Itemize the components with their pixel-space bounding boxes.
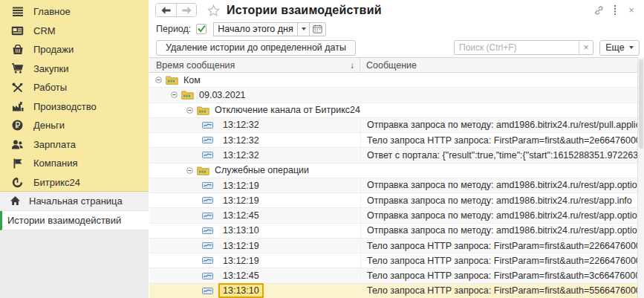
sidebar-item-3[interactable]: Продажи	[0, 40, 149, 59]
table-row[interactable]: 13:12:19Отправка запроса по методу: amd1…	[149, 193, 637, 208]
collapse-icon[interactable]	[155, 77, 162, 83]
messages-tree-table: Время сообщения ↓ Сообщение Ком09.03.202…	[149, 57, 637, 298]
time-cell: 13:13:10	[218, 283, 264, 298]
column-header-time[interactable]: Время сообщения ↓	[149, 58, 360, 72]
period-checkbox[interactable]	[196, 24, 206, 34]
folder-icon	[197, 106, 209, 115]
message-text: Отправка запроса по методу: amd1986.bitr…	[367, 180, 637, 190]
back-button[interactable]	[156, 4, 176, 16]
page-title: Истории взаимодействий	[227, 4, 382, 17]
money-icon	[11, 119, 24, 132]
table-row[interactable]: 13:13:10Отправка запроса по методу: amd1…	[149, 224, 637, 239]
forward-button[interactable]	[176, 4, 196, 16]
salary-icon	[11, 138, 24, 151]
get-link-icon[interactable]	[591, 4, 607, 17]
tree-group-row[interactable]: Отключение канала от Битрикс24	[149, 103, 637, 118]
column-header-time-label: Время сообщения	[156, 60, 235, 71]
sidebar-home-label: Начальная страница	[29, 195, 123, 207]
message-text: Тело запроса HTTP запроса: FirstParam=fi…	[367, 256, 637, 266]
collapse-icon[interactable]	[186, 167, 193, 174]
message-text: Отправка запроса по методу: amd1986.bitr…	[367, 195, 632, 206]
group-label: Ком	[183, 75, 201, 85]
message-icon	[202, 122, 213, 129]
message-text: Отправка запроса по методу: amd1986.bitr…	[367, 225, 637, 236]
favorite-star-icon[interactable]	[207, 4, 220, 16]
column-header-message[interactable]: Сообщение	[360, 58, 637, 72]
vertical-scrollbar[interactable]	[637, 57, 644, 298]
calendar-icon[interactable]	[310, 22, 326, 36]
sales-icon	[11, 43, 24, 56]
table-row[interactable]: 13:12:19Тело запроса HTTP запроса: First…	[149, 239, 637, 253]
time-cell: 13:12:19	[218, 193, 264, 208]
table-row[interactable]: 13:12:45Тело запроса HTTP запроса: First…	[149, 268, 637, 283]
tree-group-row[interactable]: 09.03.2021	[149, 88, 637, 103]
sidebar-item-label: Главное	[33, 6, 71, 17]
sidebar-item-label: Закупки	[33, 63, 68, 74]
sidebar-item-2[interactable]: CRM	[0, 22, 149, 41]
period-input[interactable]	[213, 22, 297, 36]
sidebar-item-home[interactable]: Начальная страница	[0, 192, 149, 211]
more-menu-icon[interactable]	[607, 4, 623, 17]
sidebar-item-6[interactable]: Производство	[0, 97, 149, 117]
sidebar-item-9[interactable]: Компания	[0, 154, 149, 173]
sort-descending-icon: ↓	[350, 60, 354, 71]
sidebar-item-label: Продажи	[33, 44, 74, 55]
sidebar-item-7[interactable]: Деньги	[0, 116, 149, 135]
tree-group-row[interactable]: Служебные операции	[149, 163, 637, 178]
table-row[interactable]: 13:12:32Ответ с портала: {"result":true,…	[149, 148, 637, 163]
message-text: Отправка запроса по методу: amd1986.bitr…	[367, 210, 637, 221]
sidebar-item-label: Битрикс24	[33, 177, 80, 188]
sidebar-item-label: CRM	[33, 25, 56, 36]
group-label: Служебные операции	[215, 165, 309, 175]
collapse-icon[interactable]	[186, 107, 193, 114]
bitrix24-icon	[11, 176, 24, 189]
period-dropdown-button[interactable]	[297, 22, 310, 36]
table-row[interactable]: 13:12:19Отправка запроса по методу: amd1…	[149, 178, 637, 193]
toolbar: Удаление истории до определенной даты × …	[149, 38, 644, 57]
search-clear-icon[interactable]: ×	[579, 41, 593, 54]
sidebar-item-interaction-history[interactable]: Истории взаимодействий	[0, 211, 149, 230]
period-bar: Период:	[149, 20, 644, 38]
column-header-message-label: Сообщение	[366, 60, 417, 71]
close-icon[interactable]: ×	[623, 4, 640, 17]
delete-history-button[interactable]: Удаление истории до определенной даты	[156, 40, 356, 56]
home-icon	[10, 195, 22, 207]
menu-icon	[11, 5, 24, 18]
time-cell: 13:12:19	[218, 253, 264, 268]
sidebar-item-8[interactable]: Зарплата	[0, 135, 149, 155]
sidebar-item-5[interactable]: Работы	[0, 78, 149, 97]
collapse-icon[interactable]	[171, 91, 178, 98]
search-input[interactable]	[455, 41, 579, 54]
message-text: Тело запроса HTTP запроса: FirstParam=fi…	[367, 135, 637, 146]
table-row[interactable]: 13:12:19Тело запроса HTTP запроса: First…	[149, 253, 637, 268]
time-cell: 13:12:19	[218, 239, 264, 253]
time-cell: 13:12:32	[218, 133, 264, 148]
scrollbar-thumb[interactable]	[639, 59, 643, 149]
message-text: Тело запроса HTTP запроса: FirstParam=fi…	[367, 285, 637, 296]
more-button[interactable]: Еще	[599, 40, 640, 56]
time-cell: 13:12:45	[218, 268, 264, 283]
sidebar-item-label: Производство	[33, 101, 97, 112]
production-icon	[11, 100, 24, 113]
message-text: Отправка запроса по методу: amd1986.bitr…	[367, 120, 637, 130]
sidebar-item-label: Работы	[33, 82, 67, 93]
message-text: Тело запроса HTTP запроса: FirstParam=fi…	[367, 241, 637, 251]
table-body: Ком09.03.2021Отключение канала от Битрик…	[149, 73, 637, 298]
sidebar: ГлавноеCRMПродажиЗакупкиРаботыПроизводст…	[0, 0, 149, 298]
table-row[interactable]: 13:12:32Тело запроса HTTP запроса: First…	[149, 133, 637, 148]
table-row[interactable]: 13:12:45Отправка запроса по методу: amd1…	[149, 208, 637, 223]
message-icon	[202, 288, 213, 294]
window-topbar: Истории взаимодействий ×	[149, 0, 644, 20]
sidebar-item-10[interactable]: Битрикс24	[0, 173, 149, 192]
table-row[interactable]: 13:12:32Отправка запроса по методу: amd1…	[149, 118, 637, 133]
sidebar-item-1[interactable]: Главное	[0, 2, 149, 22]
crm-icon	[11, 25, 24, 37]
company-icon	[11, 157, 24, 169]
tree-group-row[interactable]: Ком	[149, 73, 637, 88]
message-icon	[202, 273, 213, 279]
table-row[interactable]: 13:13:10Тело запроса HTTP запроса: First…	[149, 284, 637, 298]
app-window: ГлавноеCRMПродажиЗакупкиРаботыПроизводст…	[0, 0, 644, 298]
sidebar-item-4[interactable]: Закупки	[0, 59, 149, 79]
message-icon	[202, 227, 213, 234]
group-label: 09.03.2021	[199, 90, 246, 100]
